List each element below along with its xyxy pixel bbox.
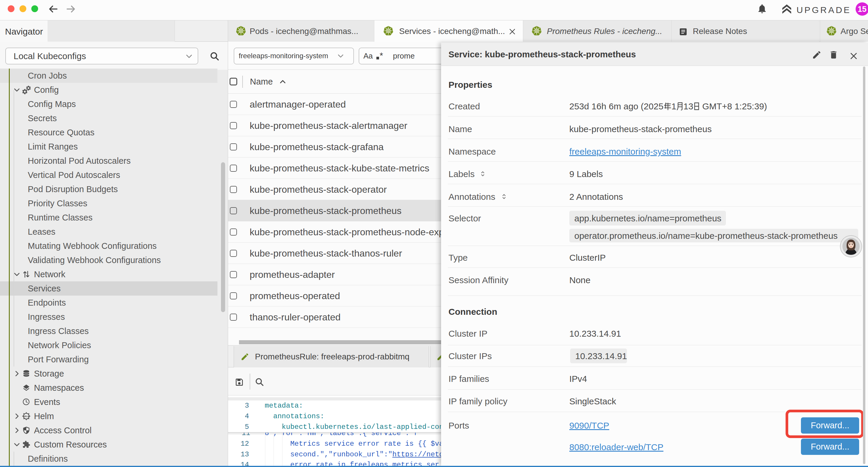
svg-text:*: *	[380, 52, 383, 60]
svg-text:HELM: HELM	[23, 415, 30, 418]
